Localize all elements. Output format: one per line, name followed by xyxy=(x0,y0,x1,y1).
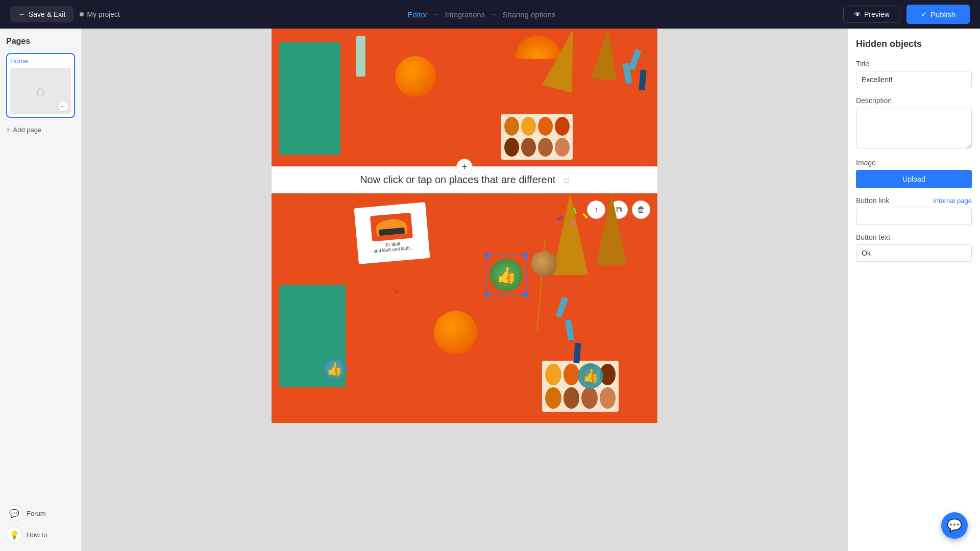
project-dot-icon xyxy=(80,12,84,16)
button-link-input[interactable] xyxy=(856,208,972,225)
top-navigation: ← Save & Exit My project Editor → Integr… xyxy=(0,0,980,29)
thumbsup-icon-1[interactable]: 👍 xyxy=(322,356,347,382)
sidebar: Pages Home ⌂ ··· + Add page 💬 Forum 💡 Ho… xyxy=(0,29,82,551)
sprinkles xyxy=(549,205,600,246)
nav-right: 👁 Preview ✓ Publish xyxy=(843,5,970,24)
resize-handle-tl[interactable] xyxy=(484,253,489,258)
button-link-label: Button link xyxy=(856,196,889,205)
page-thumbnail-home[interactable]: Home ⌂ ··· xyxy=(6,53,75,118)
arrow-integrations-sharing-icon: → xyxy=(490,10,497,18)
description-textarea[interactable] xyxy=(856,108,972,148)
sidebar-spacer xyxy=(6,136,75,505)
nav-step-integrations[interactable]: Integrations xyxy=(445,10,485,19)
button-link-row: Button link Internal page xyxy=(856,196,972,205)
delete-button[interactable]: 🗑 xyxy=(632,201,650,219)
orange-fruit xyxy=(434,311,477,354)
add-page-button[interactable]: + Add page xyxy=(6,124,75,136)
sidebar-item-howto[interactable]: 💡 How to xyxy=(6,527,75,543)
nav-step-editor[interactable]: Editor xyxy=(408,10,428,19)
forum-icon: 💬 xyxy=(6,505,22,521)
ice-cream-cone-2 xyxy=(596,193,627,265)
page-preview-home: ⌂ ··· xyxy=(10,68,71,114)
vw-card: Er läuftund läuft und läuft... xyxy=(354,202,430,264)
resize-handle-tr[interactable] xyxy=(523,253,528,258)
arrow-editor-integrations-icon: → xyxy=(433,10,440,18)
instruction-divider: + Now click or tap on places that are di… xyxy=(272,166,657,193)
right-panel: Hidden objects Title Description Image U… xyxy=(847,29,980,551)
ellipsis-icon: ··· xyxy=(61,103,66,110)
rope-ball xyxy=(531,251,557,277)
selected-element[interactable]: 👍 xyxy=(486,255,527,295)
upload-button[interactable]: Upload xyxy=(856,170,972,188)
pages-title: Pages xyxy=(6,37,75,46)
chat-icon: 💬 xyxy=(947,518,962,533)
preview-button[interactable]: 👁 Preview xyxy=(843,6,900,23)
sidebar-bottom-actions: 💬 Forum 💡 How to xyxy=(6,505,75,543)
page-label-home: Home xyxy=(10,57,71,65)
canvas-area: + Now click or tap on places that are di… xyxy=(82,29,847,551)
add-page-plus-icon: + xyxy=(6,126,10,134)
howto-icon: 💡 xyxy=(6,527,22,543)
thumbsup-icon-2[interactable]: 👍 xyxy=(578,363,603,389)
add-element-button[interactable]: + xyxy=(456,159,473,175)
resize-handle-bl[interactable] xyxy=(484,292,489,297)
description-field-label: Description xyxy=(856,96,972,105)
trash-icon: 🗑 xyxy=(637,205,645,214)
title-field-label: Title xyxy=(856,60,972,68)
main-layout: Pages Home ⌂ ··· + Add page 💬 Forum 💡 Ho… xyxy=(0,29,980,551)
button-text-input[interactable] xyxy=(856,244,972,262)
button-text-label: Button text xyxy=(856,233,972,241)
checkmark-icon: ✓ xyxy=(921,10,927,19)
page-more-button[interactable]: ··· xyxy=(58,101,69,112)
internal-page-link[interactable]: Internal page xyxy=(933,197,972,205)
project-name: My project xyxy=(80,10,120,18)
canvas-bottom-image[interactable]: ↑ ⧉ 🗑 Er läuftund l xyxy=(272,193,657,423)
eye-icon: 👁 xyxy=(854,10,861,18)
resize-handle-br[interactable] xyxy=(523,292,528,297)
checkbox-placeholder-icon: □ xyxy=(565,176,569,184)
canvas-top-image xyxy=(272,29,657,166)
back-arrow-icon: ← xyxy=(18,10,26,18)
panel-title: Hidden objects xyxy=(856,39,972,49)
chat-bubble-button[interactable]: 💬 xyxy=(941,512,968,539)
save-exit-button[interactable]: ← Save & Exit xyxy=(10,6,74,22)
image-field-label: Image xyxy=(856,159,972,167)
nav-left: ← Save & Exit My project xyxy=(10,6,120,22)
thumbsup-selected-icon: 👍 xyxy=(490,259,523,291)
canvas-wrapper: + Now click or tap on places that are di… xyxy=(272,29,657,423)
page-home-icon: ⌂ xyxy=(36,83,45,99)
nav-center-steps: Editor → Integrations → Sharing options xyxy=(408,10,556,19)
nav-step-sharing[interactable]: Sharing options xyxy=(502,10,555,19)
publish-button[interactable]: ✓ Publish xyxy=(906,5,970,24)
sidebar-item-forum[interactable]: 💬 Forum xyxy=(6,505,75,521)
title-input[interactable] xyxy=(856,71,972,88)
